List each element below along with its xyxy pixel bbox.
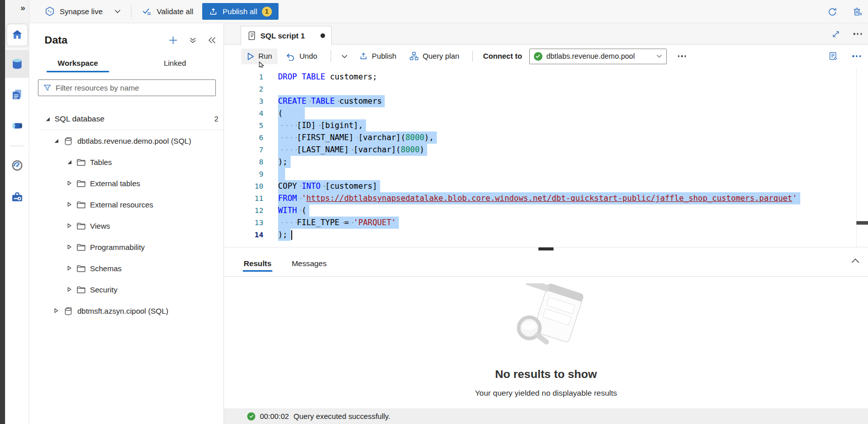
monitor-icon — [11, 159, 24, 172]
collapsed-icon[interactable] — [67, 180, 72, 186]
git-mode-label: Synapse live — [60, 7, 103, 16]
tree-item-external-tables[interactable]: External tables — [29, 173, 223, 194]
line-number: 8 — [224, 156, 263, 168]
nav-monitor-button[interactable] — [5, 153, 29, 178]
folder-icon — [76, 200, 86, 209]
results-resize-handle[interactable] — [224, 247, 868, 250]
add-resource-icon[interactable] — [168, 35, 178, 45]
selected-text: ); — [278, 229, 291, 241]
nav-data-button[interactable] — [5, 50, 29, 78]
develop-icon — [11, 88, 23, 101]
collapsed-icon[interactable] — [67, 286, 72, 292]
git-mode-selector[interactable]: Synapse live — [44, 6, 121, 17]
code-line-13[interactable]: 13 FILE_TYPE = 'PARQUET' — [224, 217, 868, 229]
code-line-5[interactable]: 5 [ID] [bigint], — [224, 119, 868, 132]
properties-icon[interactable] — [828, 51, 838, 61]
tree-item-views[interactable]: Views — [29, 215, 223, 236]
nav-manage-button[interactable] — [5, 185, 29, 209]
synapse-live-icon — [44, 6, 55, 17]
tree-item-sql-database[interactable]: SQL database2 — [29, 108, 223, 130]
tree-item-external-resources[interactable]: External resources — [29, 194, 223, 215]
code-line-10[interactable]: 10COPY INTO [customers] — [224, 180, 868, 192]
toolbar-more-icon[interactable] — [678, 55, 687, 57]
connect-pool-dropdown[interactable]: dbtlabs.revenue.demo.pool — [529, 49, 667, 64]
tab-results[interactable]: Results — [243, 252, 272, 275]
query-plan-button[interactable]: Query plan — [409, 52, 459, 61]
publish-button[interactable]: Publish — [359, 52, 397, 61]
query-plan-icon — [409, 52, 419, 61]
collapsed-icon[interactable] — [54, 308, 59, 314]
code-line-6[interactable]: 6 [FIRST_NAME] [varchar](8000), — [224, 132, 868, 144]
collapsed-icon[interactable] — [67, 223, 72, 229]
collapsed-icon[interactable] — [67, 201, 72, 207]
refresh-icon[interactable] — [827, 7, 838, 17]
line-number: 10 — [224, 180, 263, 192]
tree-item-security[interactable]: Security — [29, 279, 223, 300]
line-number: 3 — [224, 95, 263, 107]
chevron-down-icon[interactable] — [114, 9, 121, 14]
code-line-3[interactable]: 3CREATE TABLE customers — [224, 95, 868, 107]
collapsed-icon[interactable] — [67, 265, 72, 271]
collapse-panel-icon[interactable] — [208, 36, 216, 44]
sql-script-icon — [247, 31, 256, 40]
expanded-icon[interactable] — [45, 116, 51, 122]
tree-item-label: Tables — [90, 158, 112, 166]
folder-icon — [76, 285, 86, 294]
editor-more-actions-icon[interactable] — [852, 55, 861, 57]
connect-to-label: Connect to — [483, 52, 522, 60]
code-line-4[interactable]: 4( — [224, 107, 868, 119]
sql-code-editor[interactable]: 1DROP TABLE customers;23CREATE TABLE cus… — [224, 68, 868, 247]
empty-state-title: No results to show — [495, 368, 597, 381]
tree-item-label: dbtmsft.azsyn.cipool (SQL) — [77, 307, 168, 315]
code-line-2[interactable]: 2 — [224, 83, 868, 95]
tree-item-schemas[interactable]: Schemas — [29, 258, 223, 279]
scrollbar-thumb[interactable] — [856, 221, 868, 225]
expand-rail-icon[interactable]: » — [21, 3, 25, 13]
expanded-icon[interactable] — [67, 159, 72, 165]
validate-all-button[interactable]: Validate all — [142, 6, 193, 17]
code-line-7[interactable]: 7 [LAST_NAME] [varchar](8000) — [224, 144, 868, 156]
code-line-12[interactable]: 12WITH ( — [224, 204, 868, 217]
code-line-14[interactable]: 14); — [224, 229, 868, 241]
toolbar-separator — [331, 51, 331, 62]
tab-messages[interactable]: Messages — [291, 252, 328, 275]
code-line-1[interactable]: 1DROP TABLE customers; — [224, 71, 868, 83]
line-number: 9 — [224, 168, 263, 180]
collapsed-icon[interactable] — [67, 244, 72, 250]
connection-ok-icon — [534, 52, 542, 61]
filter-icon — [43, 83, 52, 92]
tree-item-tables[interactable]: Tables — [29, 151, 223, 173]
nav-integrate-button[interactable] — [5, 113, 29, 138]
tree-item-dbtmsft-azsyn-cipool-sql[interactable]: dbtmsft.azsyn.cipool (SQL) — [29, 300, 223, 321]
tab-sql-script-1[interactable]: SQL script 1 — [241, 26, 332, 45]
code-line-8[interactable]: 8); — [224, 156, 868, 168]
code-line-11[interactable]: 11FROM 'https://dbtlabsynapsedatalake.bl… — [224, 192, 868, 204]
undo-label: Undo — [299, 52, 317, 60]
line-number: 2 — [224, 83, 263, 95]
code-line-9[interactable]: 9 — [224, 168, 868, 180]
resource-filter-box — [38, 79, 216, 96]
folder-icon — [76, 243, 86, 251]
nav-home-button[interactable] — [7, 24, 27, 46]
expand-editor-icon[interactable] — [832, 30, 840, 38]
discard-all-icon[interactable] — [852, 6, 863, 17]
tree-item-dbtlabs-revenue-demo-pool-sql[interactable]: dbtlabs.revenue.demo.pool (SQL) — [29, 130, 223, 151]
run-button[interactable]: Run — [241, 49, 278, 64]
tab-more-actions-icon[interactable] — [853, 33, 862, 34]
expanded-icon[interactable] — [54, 138, 59, 144]
tab-linked[interactable]: Linked — [126, 55, 223, 72]
nav-develop-button[interactable] — [5, 82, 29, 106]
home-icon — [11, 29, 23, 41]
tree-item-label: External resources — [90, 200, 153, 209]
undo-button[interactable]: Undo — [286, 52, 317, 61]
collapse-results-icon[interactable] — [851, 258, 860, 264]
selected-text: CREATE TABLE customers — [278, 95, 385, 107]
no-results-illustration — [498, 283, 594, 352]
tab-workspace[interactable]: Workspace — [29, 55, 126, 72]
publish-all-button[interactable]: Publish all 1 — [202, 3, 278, 20]
editor-scrollbar[interactable] — [856, 68, 868, 247]
tree-item-programmability[interactable]: Programmability — [29, 236, 223, 258]
collapse-all-icon[interactable] — [189, 36, 197, 44]
resource-filter-input[interactable] — [56, 83, 211, 92]
undo-dropdown-icon[interactable] — [341, 54, 348, 59]
